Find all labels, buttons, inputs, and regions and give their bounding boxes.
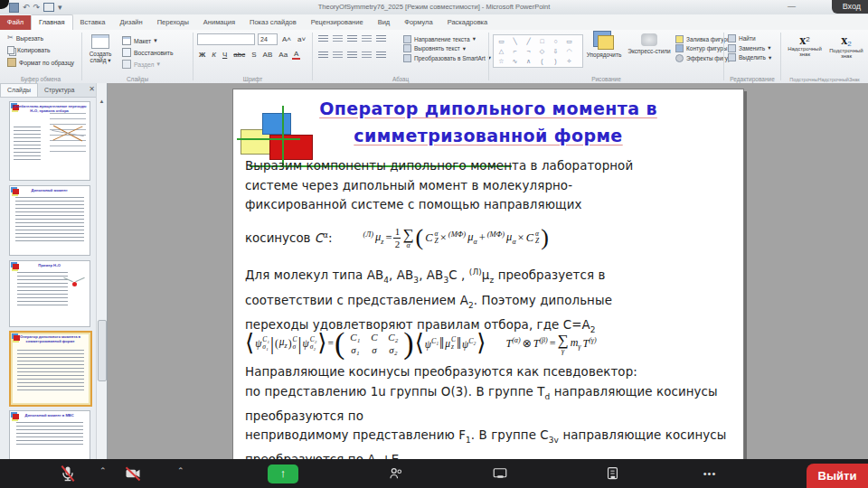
shapes-gallery[interactable]: ▭ ╲ ╱ □ ○ ▭ △ ⌐ ¬ ◇ ⇩ ◠ ☆ ∿ ∧ ( ) ✧ (493, 34, 583, 68)
camera-muted-icon[interactable] (121, 463, 145, 484)
smartart-button[interactable]: Преобразовать в SmartArt▾ (403, 54, 491, 62)
smartart-icon (403, 54, 411, 62)
shape-icon[interactable]: □ (535, 36, 549, 46)
tab-file[interactable]: Файл (0, 15, 31, 30)
strikethrough-button[interactable]: abc (231, 51, 247, 59)
tab-animation[interactable]: Анимация (196, 15, 242, 30)
shadow-button[interactable]: S (250, 51, 258, 59)
more-options-icon[interactable]: ••• (698, 463, 722, 484)
mic-options-chevron-icon[interactable]: ⌃ (99, 466, 107, 475)
superscript-button[interactable]: x2 Надстрочныйзнак (785, 34, 825, 57)
shape-icon[interactable]: ▭ (562, 36, 576, 46)
numbering-icon[interactable] (333, 35, 343, 43)
change-case-button[interactable]: Аа (277, 51, 289, 59)
tab-review[interactable]: Рецензирование (304, 15, 371, 30)
decrease-indent-icon[interactable] (347, 35, 357, 43)
columns-icon[interactable] (376, 52, 386, 60)
participants-icon[interactable] (384, 463, 408, 484)
tab-formula[interactable]: Формула (397, 15, 439, 30)
tab-slideshow[interactable]: Показ слайдов (242, 15, 304, 30)
shape-icon[interactable]: ∧ (522, 56, 535, 66)
section-button[interactable]: Раздел▾ (122, 60, 160, 69)
italic-button[interactable]: К (210, 51, 218, 59)
shape-icon[interactable]: ○ (549, 36, 562, 46)
tab-design[interactable]: Дизайн (112, 15, 149, 30)
reset-button[interactable]: Восстановить (122, 48, 174, 57)
font-color-button[interactable]: А (292, 50, 300, 60)
subscript-button[interactable]: x2 Подстрочныйзнак (826, 34, 866, 59)
shape-icon[interactable]: ▭ (495, 36, 508, 46)
camera-options-chevron-icon[interactable]: ⌃ (177, 466, 184, 475)
tab-insert[interactable]: Вставка (73, 15, 113, 30)
slide-thumbnail-4-selected[interactable]: Оператор дипольного момента в симметризо… (9, 331, 92, 407)
font-name-box[interactable] (197, 33, 255, 45)
leave-meeting-button[interactable]: Выйти (807, 464, 868, 488)
select-button[interactable]: Выделить▾ (728, 53, 780, 61)
shape-icon[interactable]: ╱ (522, 36, 535, 46)
shape-icon[interactable]: ◇ (535, 46, 549, 56)
shape-icon[interactable]: ( (535, 56, 549, 66)
slide-thumbnail-1[interactable]: Колебательно-вращательные переходы H₂O, … (9, 101, 90, 181)
align-right-icon[interactable] (347, 52, 357, 60)
panel-tab-outline[interactable]: Структура (38, 84, 80, 97)
panel-tab-slides[interactable]: Слайды (0, 83, 38, 97)
shape-icon[interactable]: ☆ (495, 56, 508, 66)
shape-icon[interactable]: ◠ (562, 46, 576, 56)
slide-thumbnail-5[interactable]: Дипольный момент в МВС (9, 410, 90, 460)
replace-button[interactable]: Заменить▾ (728, 44, 780, 52)
grow-font-button[interactable]: А˄ (280, 35, 293, 43)
scrollbar-thumb[interactable] (98, 320, 107, 381)
panel-close-icon[interactable]: ✕ (89, 85, 95, 93)
group-label-editing: Редактирование (724, 76, 780, 82)
shape-icon[interactable]: ∿ (508, 56, 522, 66)
subscript-icon: x2 (841, 34, 851, 48)
bullets-icon[interactable] (318, 35, 328, 43)
underline-button[interactable]: Ч (221, 51, 229, 59)
char-spacing-button[interactable]: АВ (261, 51, 275, 59)
shape-icon[interactable]: ) (549, 56, 562, 66)
scroll-up-icon[interactable]: ▲ (98, 98, 106, 106)
minimize-button[interactable]: — (788, 0, 796, 13)
shape-icon[interactable]: ¬ (522, 46, 535, 56)
shrink-font-button[interactable]: а˅ (296, 35, 307, 43)
layout-button[interactable]: Макет▾ (122, 36, 157, 45)
bold-button[interactable]: Ж (197, 51, 207, 59)
ribbon: ✂ Вырезать Копировать Формат по образцу … (0, 30, 868, 84)
slides-panel: Слайды Структура ✕ Колебательно-вращател… (0, 83, 108, 459)
align-text-button[interactable]: Выровнять текст▾ (403, 44, 491, 52)
shape-icon[interactable]: ╲ (508, 36, 522, 46)
format-painter-button[interactable]: Формат по образцу (7, 58, 74, 67)
copy-button[interactable]: Копировать (7, 46, 51, 54)
mic-muted-icon[interactable] (56, 463, 80, 484)
slide-thumbnail-2[interactable]: Дипольный момент (9, 185, 90, 256)
justify-icon[interactable] (362, 52, 372, 60)
shape-icon[interactable]: ⇩ (549, 46, 562, 56)
tab-home[interactable]: Главная (31, 14, 73, 30)
increase-indent-icon[interactable] (362, 35, 372, 43)
shape-icon[interactable]: △ (495, 46, 508, 56)
text-direction-button[interactable]: Направление текста▾ (403, 35, 491, 43)
tab-view[interactable]: Вид (371, 15, 398, 30)
tab-transitions[interactable]: Переходы (150, 15, 196, 30)
line-spacing-icon[interactable] (376, 35, 386, 43)
chat-icon[interactable] (600, 463, 624, 484)
cut-button[interactable]: ✂ Вырезать (7, 34, 43, 42)
slide-canvas[interactable]: Оператор дипольного момента в симметризо… (232, 89, 744, 461)
shape-icon[interactable]: ⌐ (508, 46, 522, 56)
find-button[interactable]: Найти (728, 34, 780, 42)
font-size-box[interactable]: 24 (258, 33, 278, 45)
shape-icon[interactable]: ✧ (562, 56, 576, 66)
align-center-icon[interactable] (333, 52, 343, 60)
screen-share-view-icon[interactable] (488, 463, 512, 484)
new-slide-icon (91, 34, 109, 49)
panel-scrollbar[interactable]: ▲ (96, 83, 107, 459)
arrange-button[interactable]: Упорядочить (583, 32, 625, 58)
quick-styles-button[interactable]: Экспресс-стили (627, 33, 672, 54)
tab-storyboard[interactable]: Раскадровка (440, 15, 495, 30)
group-drawing: ▭ ╲ ╱ □ ○ ▭ △ ⌐ ¬ ◇ ⇩ ◠ ☆ ∿ ∧ ( ) ✧ (489, 30, 723, 83)
align-left-icon[interactable] (318, 52, 328, 60)
share-screen-button[interactable]: ↑ (268, 465, 298, 483)
entry-badge[interactable]: Вход (832, 0, 868, 14)
slide-thumbnail-3[interactable]: Пример H₂O (9, 260, 90, 327)
new-slide-button[interactable]: Создать слайд ▾ (84, 34, 117, 64)
